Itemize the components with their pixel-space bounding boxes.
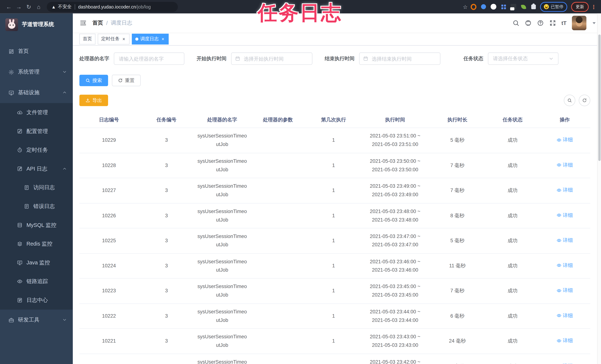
log-id-cell: 10222 — [79, 303, 139, 329]
sidebar-item-label: 访问日志 — [33, 184, 55, 191]
browser-update-button[interactable]: 更新 — [571, 2, 589, 12]
duration-cell: 8 毫秒 — [429, 203, 486, 228]
toggle-search-button[interactable] — [564, 95, 575, 106]
browser-menu-icon[interactable]: ⋮ — [591, 4, 596, 10]
filter-label: 开始执行时间 — [197, 55, 227, 62]
sidebar-item-home[interactable]: 首页 — [0, 41, 73, 62]
detail-link[interactable]: 详细 — [557, 362, 573, 364]
font-size-icon[interactable]: tT — [561, 20, 566, 26]
browser-reload-icon[interactable]: ↻ — [24, 2, 34, 12]
export-button[interactable]: 导出 — [79, 95, 108, 106]
sidebar-item-system-management[interactable]: 系统管理 — [0, 62, 73, 82]
start-time-field-group: 开始执行时间 — [197, 52, 312, 65]
detail-link[interactable]: 详细 — [557, 211, 573, 220]
tab-label: 定时任务 — [101, 36, 120, 42]
sidebar-item-config-management[interactable]: 配置管理 — [0, 122, 73, 141]
sidebar-item-scheduled-tasks[interactable]: 定时任务 — [0, 141, 73, 160]
execute-time-cell: 2021-05-03 23:45:00 ~2021-05-03 23:45:00 — [361, 278, 429, 303]
extension-puzzle-icon[interactable] — [531, 4, 536, 10]
refresh-table-button[interactable] — [579, 95, 590, 106]
start-time-field[interactable] — [231, 52, 312, 65]
column-header: 任务状态 — [486, 112, 539, 128]
handler-name-field[interactable] — [114, 52, 184, 65]
execute-time-cell: 2021-05-03 23:44:00 ~2021-05-03 23:44:00 — [361, 303, 429, 329]
extension-orange-ring-icon[interactable] — [471, 4, 476, 10]
address-bar[interactable]: ▲ 不安全 dashboard.yudao.iocoder.cn/job/log — [47, 2, 178, 12]
sidebar-item-trace[interactable]: 链路追踪 — [0, 272, 73, 291]
sidebar-item-error-log[interactable]: 错误日志 — [0, 197, 73, 216]
round-cell: 1 — [306, 329, 361, 354]
table-row: 102223sysUserSessionTimeoutJob12021-05-0… — [79, 303, 590, 329]
sidebar-item-file-management[interactable]: 文件管理 — [0, 103, 73, 122]
action-cell: 详细 — [539, 354, 590, 364]
avatar-caret-icon[interactable] — [592, 22, 596, 24]
search-icon[interactable] — [512, 20, 519, 26]
detail-link[interactable]: 详细 — [557, 136, 573, 144]
extension-grid-icon[interactable] — [501, 4, 506, 10]
sidebar-item-java-monitor[interactable]: Java 监控 — [0, 253, 73, 272]
detail-link[interactable]: 详细 — [557, 261, 573, 270]
browser-back-icon[interactable]: ← — [4, 2, 14, 12]
sidebar-item-api-log[interactable]: API 日志 — [0, 160, 73, 178]
close-icon[interactable]: × — [121, 37, 126, 41]
table-row: 102233sysUserSessionTimeoutJob12021-05-0… — [79, 278, 590, 303]
scrollbar-thumb[interactable] — [598, 35, 601, 161]
bookmark-star-icon[interactable]: ☆ — [463, 4, 468, 10]
browser-home-icon[interactable]: ⌂ — [34, 2, 44, 12]
detail-link[interactable]: 详细 — [557, 236, 573, 244]
handler-name-cell: sysUserSessionTimeoutJob — [194, 153, 250, 178]
action-cell: 详细 — [539, 253, 590, 278]
view-eye-icon — [557, 288, 562, 293]
sidebar-item-label: 链路追踪 — [26, 278, 48, 285]
sidebar-item-dev-tools[interactable]: 研发工具 — [0, 310, 73, 330]
sidebar-item-label: 定时任务 — [26, 147, 48, 153]
job-status-select[interactable]: 请选择任务状态 — [488, 52, 559, 65]
paused-badge[interactable]: 已暂停 — [540, 2, 567, 12]
execute-time-cell: 2021-05-03 23:51:00 ~2021-05-03 23:51:00 — [361, 128, 429, 153]
action-cell: 详细 — [539, 329, 590, 354]
close-icon[interactable]: × — [160, 37, 165, 41]
sidebar-item-redis-monitor[interactable]: Redis 监控 — [0, 234, 73, 253]
search-button[interactable]: 搜索 — [79, 75, 108, 86]
page-content: 处理器的名字开始执行时间结束执行时间任务状态请选择任务状态 搜索 重置 导出 — [73, 46, 601, 364]
tab-job-log[interactable]: 调度日志× — [132, 33, 169, 44]
github-icon[interactable] — [525, 20, 531, 26]
detail-link[interactable]: 详细 — [557, 286, 573, 295]
user-avatar[interactable] — [572, 16, 586, 30]
tab-label: 首页 — [83, 36, 92, 42]
duration-cell: 7 毫秒 — [429, 153, 486, 178]
help-icon[interactable] — [537, 20, 544, 26]
java-monitor-icon — [17, 260, 22, 265]
reset-button[interactable]: 重置 — [112, 75, 141, 86]
status-cell: 成功 — [486, 153, 539, 178]
tab-scheduled-tasks[interactable]: 定时任务× — [98, 33, 130, 44]
sidebar-item-access-log[interactable]: 访问日志 — [0, 178, 73, 197]
end-time-field[interactable] — [359, 52, 441, 65]
sidebar-item-log-center[interactable]: 日志中心 — [0, 291, 73, 310]
duration-cell: 11 毫秒 — [429, 253, 486, 278]
page-scrollbar[interactable] — [597, 13, 601, 364]
detail-link[interactable]: 详细 — [557, 161, 573, 169]
status-cell: 成功 — [486, 278, 539, 303]
round-cell: 1 — [306, 253, 361, 278]
detail-link[interactable]: 详细 — [557, 186, 573, 194]
tab-home[interactable]: 首页 — [79, 33, 95, 44]
breadcrumb-home[interactable]: 首页 — [92, 20, 103, 26]
sidebar-item-infrastructure[interactable]: 基础设施 — [0, 82, 73, 103]
detail-link[interactable]: 详细 — [557, 336, 573, 345]
execute-time-cell: 2021-05-03 23:46:00 ~2021-05-03 23:46:00 — [361, 253, 429, 278]
sidebar-item-mysql-monitor[interactable]: MySQL 监控 — [0, 216, 73, 234]
extension-blue-pin-icon[interactable] — [481, 4, 486, 10]
extension-green-check-icon[interactable]: ✓ — [491, 4, 496, 10]
extension-leaf-icon[interactable] — [521, 4, 526, 10]
job-id-cell: 3 — [139, 303, 194, 329]
browser-forward-icon[interactable]: → — [14, 2, 24, 12]
job-log-table: 日志编号任务编号处理器的名字处理器的参数第几次执行执行时间执行时长任务状态操作 … — [79, 112, 590, 364]
sidebar-logo-row[interactable]: 芋道管理系统 — [0, 13, 73, 36]
fullscreen-icon[interactable] — [549, 20, 556, 26]
hamburger-icon[interactable] — [79, 19, 87, 27]
log-id-cell: 10227 — [79, 178, 139, 203]
handler-param-cell — [250, 178, 306, 203]
detail-link[interactable]: 详细 — [557, 311, 573, 320]
extension-on-switch-icon[interactable]: on — [511, 4, 516, 10]
